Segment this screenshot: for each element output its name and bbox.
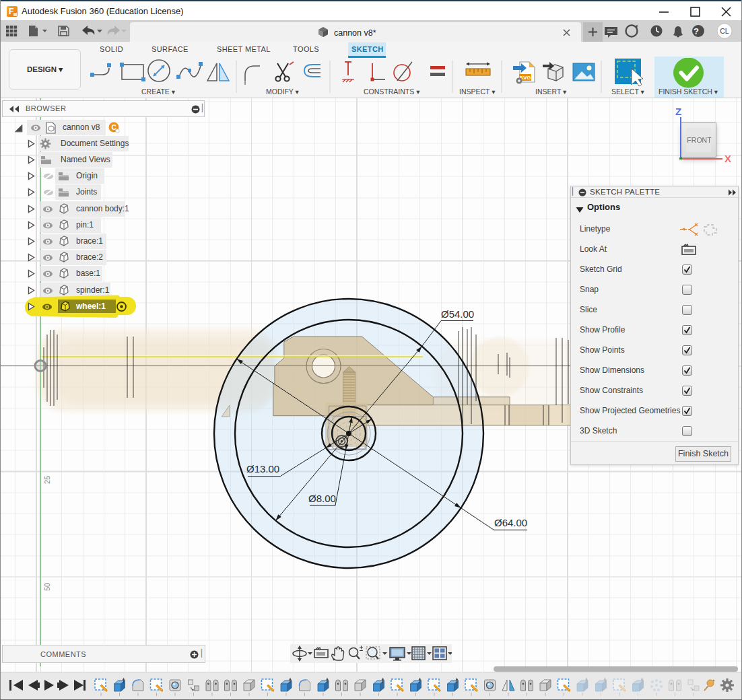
svg-text:Ø8.00: Ø8.00 bbox=[308, 493, 336, 504]
svg-text:Ø64.00: Ø64.00 bbox=[494, 517, 527, 528]
svg-text:?: ? bbox=[694, 26, 699, 36]
svg-text:CL: CL bbox=[720, 27, 729, 35]
svg-text:Ø13.00: Ø13.00 bbox=[246, 463, 279, 475]
svg-text:Ø54.00: Ø54.00 bbox=[441, 308, 474, 320]
